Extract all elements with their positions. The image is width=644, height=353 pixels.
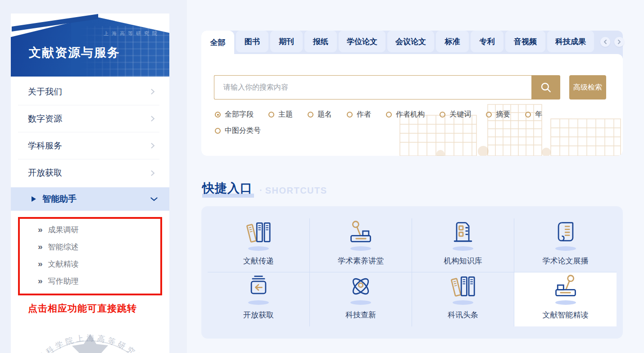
sidebar-banner: 上海高等研究院 文献资源与服务 xyxy=(11,17,169,77)
tab-label: 报纸 xyxy=(313,36,328,47)
submenu-item-label: 成果调研 xyxy=(48,225,79,235)
chevron-right-icon xyxy=(151,143,155,149)
sidebar-menu-item[interactable]: 数字资源 xyxy=(18,105,159,132)
radio-icon xyxy=(308,112,313,118)
shortcut-label: 机构知识库 xyxy=(444,256,482,266)
chevron-left-icon xyxy=(603,39,608,45)
search-field-radio[interactable]: 摘要 xyxy=(486,110,510,119)
advanced-search-button[interactable]: 高级检索 xyxy=(569,75,606,100)
shortcut-cell[interactable]: 学术素养讲堂 xyxy=(310,218,412,272)
radio-label: 中图分类号 xyxy=(225,126,261,136)
resource-type-tab[interactable]: 全部 xyxy=(201,31,234,54)
icon-shadow xyxy=(555,246,576,251)
resource-type-tab[interactable]: 图书 xyxy=(236,31,268,52)
shortcuts-grid: 文献传递 学术素养讲堂 机构知识库 学术论文展播 开放获取 科技查新 xyxy=(201,206,623,339)
radio-label: 作者机构 xyxy=(396,110,425,119)
radio-icon xyxy=(386,112,392,118)
submenu-item[interactable]: » 文献精读 xyxy=(20,255,160,272)
atom-icon xyxy=(348,274,373,299)
menu-item-label: 数字资源 xyxy=(28,113,62,125)
submenu-item[interactable]: » 写作助理 xyxy=(20,272,160,290)
submenu-highlight-box: » 成果调研 » 智能综述 » 文献精读 » 写作助理 xyxy=(18,217,162,295)
sidebar-menu-item[interactable]: 学科服务 xyxy=(18,132,159,159)
tab-pager xyxy=(600,37,624,47)
search-button[interactable] xyxy=(531,75,560,100)
search-field-radio[interactable]: 中图分类号 xyxy=(215,126,261,136)
resource-type-tabs: 全部 图书 期刊 报纸 学位论文 会议论文 标准 专利 音视频 xyxy=(201,31,623,54)
shortcut-cell[interactable]: 科讯头条 xyxy=(412,272,514,326)
search-card: 全部 图书 期刊 报纸 学位论文 会议论文 标准 专利 音视频 xyxy=(201,31,623,156)
search-bar: 高级检索 xyxy=(214,75,606,100)
tab-label: 音视频 xyxy=(514,36,537,47)
search-panel: 高级检索 全部字段 主题 题名 作者 xyxy=(201,54,623,156)
icon-shadow xyxy=(248,300,269,305)
shortcut-cell[interactable]: 机构知识库 xyxy=(412,218,514,272)
chevron-right-icon xyxy=(151,89,155,95)
search-field-radio[interactable]: 题名 xyxy=(308,110,332,119)
shortcut-cell[interactable]: 文献智能精读 xyxy=(514,272,617,326)
triangle-right-icon xyxy=(32,196,36,202)
search-input[interactable] xyxy=(214,76,531,99)
double-arrow-icon: » xyxy=(38,276,43,286)
sidebar: 上海高等研究院 文献资源与服务 关于我们 数字资源 学科服务 开 xyxy=(11,14,169,353)
search-field-radio[interactable]: 主题 xyxy=(268,110,293,119)
search-field-radio[interactable]: 作者 xyxy=(347,110,371,119)
books-icon xyxy=(450,274,476,299)
radio-label: 摘要 xyxy=(496,110,510,119)
resource-type-tab[interactable]: 学位论文 xyxy=(339,31,385,52)
shortcut-cell[interactable]: 科技查新 xyxy=(310,272,412,326)
resource-type-tab[interactable]: 会议论文 xyxy=(387,31,434,52)
tab-label: 标准 xyxy=(445,36,460,47)
radio-icon xyxy=(347,112,353,118)
submenu-item-label: 文献精读 xyxy=(48,259,79,269)
resource-type-tab[interactable]: 期刊 xyxy=(270,31,303,52)
radio-icon xyxy=(215,128,221,134)
resource-type-tab[interactable]: 标准 xyxy=(436,31,469,52)
sidebar-item-smart-assistant[interactable]: 智能助手 xyxy=(11,187,169,211)
shortcut-cell[interactable]: 文献传递 xyxy=(208,218,310,272)
search-input-wrap xyxy=(214,75,531,100)
menu-item-label: 开放获取 xyxy=(28,167,62,179)
radio-label: 关键词 xyxy=(449,110,471,119)
svg-text:中国科学院上海高等研究院: 中国科学院上海高等研究院 xyxy=(29,334,147,353)
radio-icon xyxy=(486,112,492,118)
search-field-radio[interactable]: 作者机构 xyxy=(386,110,425,119)
submenu-item[interactable]: » 智能综述 xyxy=(20,238,160,255)
chevron-down-icon xyxy=(150,197,158,201)
submenu-item-label: 写作助理 xyxy=(48,276,79,286)
search-field-radio[interactable]: 全部字段 xyxy=(215,110,254,119)
tab-label: 图书 xyxy=(245,36,260,47)
icon-shadow xyxy=(453,300,473,305)
resource-type-tab[interactable]: 专利 xyxy=(471,31,503,52)
section-title: 快捷入口 xyxy=(202,180,254,198)
double-arrow-icon: » xyxy=(38,242,43,252)
tab-label: 期刊 xyxy=(279,36,294,47)
radio-icon xyxy=(525,112,531,118)
shortcut-label: 科讯头条 xyxy=(448,310,478,320)
tab-label: 科技成果 xyxy=(555,36,586,47)
icon-shadow xyxy=(350,246,371,251)
tab-label: 会议论文 xyxy=(395,36,426,47)
books-icon xyxy=(246,220,271,245)
resource-type-tab[interactable]: 报纸 xyxy=(304,31,337,52)
sidebar-title: 文献资源与服务 xyxy=(29,45,120,61)
tab-scroll-right-button[interactable] xyxy=(614,37,624,47)
sidebar-menu-item[interactable]: 关于我们 xyxy=(18,78,159,105)
shortcut-cell[interactable]: 开放获取 xyxy=(208,272,310,326)
shortcut-cell[interactable]: 学术论文展播 xyxy=(514,218,617,272)
resource-type-tab[interactable]: 科技成果 xyxy=(547,31,594,52)
red-annotation-text: 点击相应功能可直接跳转 xyxy=(28,302,169,315)
submenu-item[interactable]: » 成果调研 xyxy=(20,221,160,238)
chevron-right-icon xyxy=(151,116,155,122)
shortcut-label: 文献智能精读 xyxy=(543,310,589,320)
lectern-icon xyxy=(348,220,373,245)
search-field-radio[interactable]: 关键词 xyxy=(440,110,471,119)
radio-label: 全部字段 xyxy=(225,110,254,119)
shortcut-label: 学术素养讲堂 xyxy=(338,256,384,266)
resource-type-tab[interactable]: 音视频 xyxy=(505,31,545,52)
search-field-radio[interactable]: 年 xyxy=(525,110,542,119)
menu-item-label: 学科服务 xyxy=(28,140,62,152)
tab-scroll-left-button[interactable] xyxy=(600,37,610,47)
open-access-icon xyxy=(246,274,271,299)
sidebar-menu-item[interactable]: 开放获取 xyxy=(18,159,159,186)
